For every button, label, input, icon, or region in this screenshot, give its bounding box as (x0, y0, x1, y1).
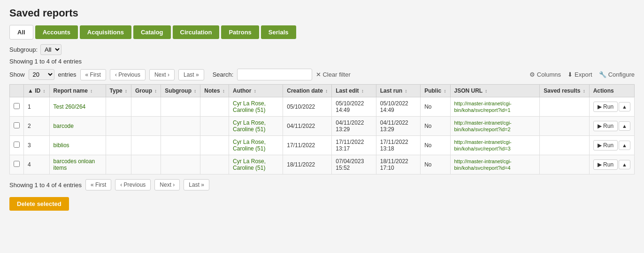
row-checkbox-3[interactable] (14, 161, 20, 167)
col-last-edit[interactable]: Last edit ↕ (332, 85, 376, 97)
col-type[interactable]: Type ↕ (106, 85, 131, 97)
last-button[interactable]: Last » (178, 69, 204, 80)
subgroup-select[interactable]: All (40, 44, 61, 55)
up-button-3[interactable]: ▲ (619, 160, 630, 169)
cell-last-run-2: 17/11/2022 13:18 (376, 136, 420, 155)
col-notes[interactable]: Notes ↕ (200, 85, 229, 97)
run-button-1[interactable]: ▶ Run (593, 121, 618, 131)
report-name-link-3[interactable]: barcodes onloan items (54, 158, 95, 171)
search-input[interactable] (237, 69, 312, 80)
report-name-link-0[interactable]: Test 260/264 (54, 103, 86, 110)
configure-label: Configure (608, 71, 635, 78)
sort-url-icon: ↕ (485, 88, 487, 94)
configure-button[interactable]: 🔧 Configure (599, 71, 635, 78)
report-name-link-2[interactable]: biblios (54, 142, 69, 149)
cell-report-name-0[interactable]: Test 260/264 (49, 97, 106, 117)
author-link-3[interactable]: Cyr La Rose, Caroline (51) (233, 158, 266, 171)
tab-acquisitions[interactable]: Acquisitions (80, 25, 131, 39)
first-button[interactable]: « First (80, 69, 106, 80)
col-creation-date[interactable]: Creation date ↕ (283, 85, 332, 97)
cell-last-edit-3: 07/04/2023 15:52 (332, 155, 376, 174)
cell-last-run-1: 04/11/2022 13:29 (376, 117, 420, 136)
cell-id-1: 2 (24, 117, 50, 136)
author-link-1[interactable]: Cyr La Rose, Caroline (51) (233, 119, 266, 133)
col-json-url[interactable]: JSON URL ↕ (450, 85, 540, 97)
cell-author-3[interactable]: Cyr La Rose, Caroline (51) (229, 155, 283, 174)
col-actions: Actions (589, 85, 634, 97)
col-report-name[interactable]: Report name ↕ (49, 85, 106, 97)
cell-id-2: 3 (24, 136, 50, 155)
col-public[interactable]: Public ↕ (421, 85, 450, 97)
json-url-link-0[interactable]: http://master-intranet/cgi-bin/koha/svc/… (454, 101, 512, 113)
col-author[interactable]: Author ↕ (229, 85, 283, 97)
bottom-last-button[interactable]: Last » (184, 179, 209, 190)
cell-type-2 (106, 136, 131, 155)
cell-json-url-0[interactable]: http://master-intranet/cgi-bin/koha/svc/… (450, 97, 540, 117)
previous-button[interactable]: ‹ Previous (110, 69, 146, 80)
up-button-1[interactable]: ▲ (619, 121, 630, 131)
col-subgroup[interactable]: Subgroup ↕ (161, 85, 200, 97)
author-link-0[interactable]: Cyr La Rose, Caroline (51) (233, 100, 266, 113)
cell-subgroup-3 (161, 155, 200, 174)
cell-group-1 (131, 117, 161, 136)
cell-creation-date-3: 18/11/2022 (283, 155, 332, 174)
cell-notes-1 (200, 117, 229, 136)
run-button-3[interactable]: ▶ Run (593, 159, 618, 170)
run-button-0[interactable]: ▶ Run (593, 102, 618, 112)
cell-author-2[interactable]: Cyr La Rose, Caroline (51) (229, 136, 283, 155)
author-link-2[interactable]: Cyr La Rose, Caroline (51) (233, 139, 266, 152)
col-group[interactable]: Group ↕ (131, 85, 161, 97)
clear-filter-label: Clear filter (322, 71, 350, 78)
tab-all[interactable]: All (9, 25, 33, 40)
show-select[interactable]: 20 10 50 100 (29, 69, 54, 80)
cell-public-2: No (421, 136, 450, 155)
col-last-run[interactable]: Last run ↕ (376, 85, 420, 97)
row-checkbox-2[interactable] (14, 142, 20, 148)
cell-author-0[interactable]: Cyr La Rose, Caroline (51) (229, 97, 283, 117)
delete-selected-button[interactable]: Delete selected (9, 197, 69, 211)
bottom-first-button[interactable]: « First (85, 179, 111, 190)
tab-accounts[interactable]: Accounts (35, 25, 78, 39)
wrench-icon: 🔧 (599, 71, 606, 78)
export-button[interactable]: ⬇ Export (567, 71, 592, 78)
json-url-link-3[interactable]: http://master-intranet/cgi-bin/koha/svc/… (454, 158, 512, 171)
cell-report-name-3[interactable]: barcodes onloan items (49, 155, 106, 174)
json-url-link-1[interactable]: http://master-intranet/cgi-bin/koha/svc/… (454, 120, 512, 132)
cell-actions-1: ▶ Run▲ (589, 117, 634, 136)
cell-report-name-2[interactable]: biblios (49, 136, 106, 155)
cell-last-run-3: 18/11/2022 17:10 (376, 155, 420, 174)
cell-group-2 (131, 136, 161, 155)
cell-author-1[interactable]: Cyr La Rose, Caroline (51) (229, 117, 283, 136)
tab-serials[interactable]: Serials (261, 25, 296, 39)
col-id[interactable]: ▲ ID ↕ (24, 85, 50, 97)
cell-report-name-1[interactable]: barcode (49, 117, 106, 136)
subgroup-row: Subgroup: All (9, 44, 635, 55)
bottom-previous-button[interactable]: ‹ Previous (115, 179, 151, 190)
cell-saved-results-2 (540, 136, 589, 155)
show-label: Show (9, 71, 25, 78)
json-url-link-2[interactable]: http://master-intranet/cgi-bin/koha/svc/… (454, 139, 512, 151)
tab-patrons[interactable]: Patrons (221, 25, 259, 39)
columns-button[interactable]: ⚙ Columns (529, 71, 561, 78)
up-button-2[interactable]: ▲ (619, 141, 630, 150)
run-button-2[interactable]: ▶ Run (593, 140, 618, 150)
table-row: 2barcodeCyr La Rose, Caroline (51)04/11/… (10, 117, 635, 136)
cell-json-url-3[interactable]: http://master-intranet/cgi-bin/koha/svc/… (450, 155, 540, 174)
row-checkbox-1[interactable] (14, 122, 20, 128)
next-button[interactable]: Next › (149, 69, 175, 80)
cell-json-url-2[interactable]: http://master-intranet/cgi-bin/koha/svc/… (450, 136, 540, 155)
bottom-next-button[interactable]: Next › (154, 179, 180, 190)
up-button-0[interactable]: ▲ (619, 102, 630, 111)
tab-catalog[interactable]: Catalog (133, 25, 171, 39)
tab-circulation[interactable]: Circulation (173, 25, 220, 39)
cell-actions-3: ▶ Run▲ (589, 155, 634, 174)
cell-json-url-1[interactable]: http://master-intranet/cgi-bin/koha/svc/… (450, 117, 540, 136)
col-saved-results[interactable]: Saved results ↕ (540, 85, 589, 97)
clear-filter-button[interactable]: ✕ Clear filter (316, 71, 350, 78)
row-checkbox-0[interactable] (14, 103, 20, 109)
cell-last-edit-2: 17/11/2022 13:17 (332, 136, 376, 155)
report-name-link-1[interactable]: barcode (54, 123, 74, 129)
search-label: Search: (213, 71, 234, 78)
cell-last-edit-1: 04/11/2022 13:29 (332, 117, 376, 136)
sort-creation-icon: ↕ (325, 88, 328, 94)
